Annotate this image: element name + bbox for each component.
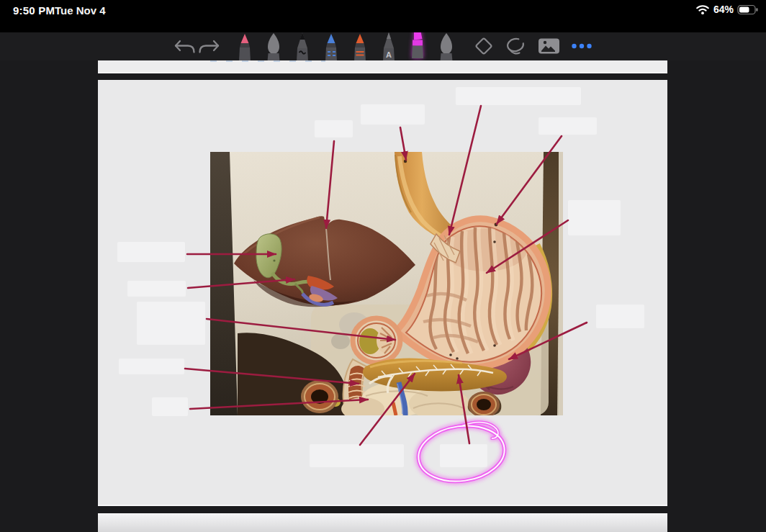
undo-button[interactable]: [176, 41, 194, 53]
tool-marker-magenta[interactable]: [403, 32, 432, 60]
status-bar: 9:50 PM Tue Nov 4 64%: [0, 0, 766, 32]
battery-icon: [737, 4, 759, 15]
note-app-screen: 9:50 PM Tue Nov 4 64%: [0, 0, 766, 532]
battery-percent: 64%: [713, 4, 734, 15]
wifi-icon: [695, 4, 710, 15]
tool-list: A: [230, 32, 461, 60]
more-icon[interactable]: [572, 44, 591, 48]
tool-pencil-black[interactable]: [288, 32, 317, 60]
svg-text:A: A: [386, 50, 392, 59]
tool-highlighter-blue[interactable]: [259, 32, 288, 60]
lasso-icon[interactable]: [506, 37, 524, 53]
next-page-edge[interactable]: [98, 513, 667, 532]
image-icon[interactable]: [539, 39, 559, 54]
clock: 9:50 PM: [13, 4, 55, 17]
tool-pen-red[interactable]: [230, 32, 259, 60]
previous-page-edge[interactable]: [98, 60, 667, 73]
note-canvas[interactable]: [0, 60, 766, 532]
tool-text-tool[interactable]: A: [374, 32, 403, 60]
status-date: Tue Nov 4: [55, 4, 106, 17]
eraser-icon[interactable]: [476, 38, 492, 55]
tool-pen-orange-lined[interactable]: [346, 32, 374, 60]
redo-button[interactable]: [200, 41, 219, 53]
tool-pen-blue-dashed[interactable]: [317, 32, 346, 60]
anatomy-model-photo[interactable]: [210, 152, 563, 415]
toolbar: A: [0, 32, 766, 60]
tool-smudge-tool[interactable]: [432, 32, 461, 60]
